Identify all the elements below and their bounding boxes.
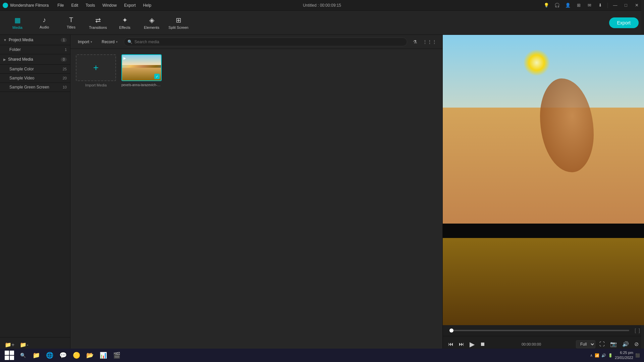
export-button[interactable]: Export [609, 17, 639, 28]
taskbar-teams[interactable]: 💬 [58, 350, 68, 361]
toolbar-transitions-label: Transitions [89, 25, 107, 29]
settings-button[interactable]: ⊘ [633, 340, 640, 349]
taskbar-search[interactable]: 🔍 [17, 350, 28, 361]
toolbar-split-screen[interactable]: ⊞ Split Screen [166, 13, 191, 33]
shared-media-header[interactable]: ▶ Shared Media 0 [0, 54, 70, 65]
prev-frame-button[interactable]: ⏭ [458, 340, 466, 349]
media-icon: ▦ [14, 16, 21, 24]
toolbar-audio[interactable]: ♪ Audio [32, 13, 56, 33]
taskbar-excel[interactable]: 📊 [98, 350, 109, 361]
speaker-icon[interactable]: 🔊 [601, 353, 606, 358]
media-video-item[interactable]: ✓ ▶ pexels-anna-tarazevich-6... [121, 54, 162, 87]
left-panel: ▼ Project Media 1 Folder 1 ▶ Shared Medi… [0, 35, 70, 352]
preview-panel: [ ] ⏮ ⏭ ▶ ⏹ 00:00:00:00 Full ⛶ 📷 🔊 ⊘ [443, 35, 644, 352]
add-folder-button[interactable]: 📁+ [3, 340, 16, 349]
grid-icon[interactable]: ⊞ [574, 1, 583, 10]
stop-button[interactable]: ⏹ [479, 340, 487, 349]
import-button[interactable]: Import ▾ [74, 38, 96, 46]
notification-dot[interactable]: ⬛ [635, 353, 640, 358]
view-options-button[interactable]: ⋮⋮⋮ [421, 38, 438, 46]
sample-video-item[interactable]: Sample Video 20 [0, 74, 70, 83]
taskbar-file-explorer[interactable]: 📁 [31, 350, 42, 361]
record-button[interactable]: Record ▾ [98, 38, 121, 46]
sample-video-count: 20 [63, 76, 67, 80]
taskbar-chrome[interactable]: 🟡 [71, 350, 82, 361]
toolbar-transitions[interactable]: ⇄ Transitions [86, 13, 110, 33]
title-bar: Wondershare Filmora File Edit Tools Wind… [0, 0, 644, 11]
toolbar-media-label: Media [12, 25, 22, 29]
sample-green-screen-item[interactable]: Sample Green Screen 10 [0, 83, 70, 92]
profile-icon[interactable]: 👤 [563, 1, 573, 10]
app-logo: Wondershare Filmora [3, 3, 49, 8]
title-center: Untitled : 00:00:09:15 [303, 3, 341, 8]
menu-window[interactable]: Window [99, 2, 120, 9]
media-toolbar: Import ▾ Record ▾ 🔍 ⚗ ⋮⋮⋮ [70, 35, 442, 49]
media-content: + Import Media ✓ ▶ pexels-anna-tarazevic… [70, 49, 442, 352]
toolbar-split-screen-label: Split Screen [168, 25, 188, 29]
media-panel: Import ▾ Record ▾ 🔍 ⚗ ⋮⋮⋮ + Impor [70, 35, 443, 352]
windows-start-button[interactable] [4, 350, 15, 361]
menu-help[interactable]: Help [140, 2, 155, 9]
mail-icon[interactable]: ✉ [585, 1, 594, 10]
folder-count: 1 [65, 48, 67, 52]
toolbar-elements[interactable]: ◈ Elements [140, 13, 164, 33]
sample-color-label: Sample Color [9, 67, 34, 71]
seek-bar-container: [ ] [443, 325, 644, 336]
minimize-button[interactable]: — [610, 1, 620, 10]
fullscreen-button[interactable]: ⛶ [598, 340, 606, 349]
left-folder-item[interactable]: Folder 1 [0, 45, 70, 54]
quality-select[interactable]: Full [576, 340, 595, 348]
search-box[interactable]: 🔍 [124, 38, 407, 46]
plus-icon: + [93, 62, 99, 73]
search-input[interactable] [135, 40, 404, 44]
project-media-count: 1 [61, 38, 67, 42]
sample-video-label: Sample Video [9, 76, 35, 80]
menu-tools[interactable]: Tools [82, 2, 98, 9]
remove-folder-button[interactable]: 📁- [18, 340, 30, 349]
elements-icon: ◈ [149, 16, 154, 24]
taskbar: 🔍 📁 🌐 💬 🟡 📂 📊 🎬 ∧ 📶 🔊 🔋 6:25 pm 23/01/20… [0, 349, 644, 362]
toolbar-media[interactable]: ▦ Media [5, 13, 30, 33]
close-button[interactable]: ✕ [632, 1, 641, 10]
tray-chevron-icon[interactable]: ∧ [590, 353, 593, 358]
wifi-icon[interactable]: 📶 [595, 353, 599, 358]
seek-thumb[interactable] [449, 328, 453, 333]
step-back-button[interactable]: ⏮ [447, 340, 455, 349]
taskbar-filmora[interactable]: 🎬 [111, 350, 122, 361]
screenshot-button[interactable]: 📷 [609, 340, 618, 349]
video-thumbnail[interactable]: ✓ ▶ [121, 54, 162, 81]
menu-export[interactable]: Export [121, 2, 139, 9]
notification-icon[interactable]: 💡 [542, 1, 551, 10]
titles-icon: T [69, 16, 73, 24]
bracket-right-icon[interactable]: ] [639, 328, 640, 333]
filter-button[interactable]: ⚗ [411, 38, 419, 46]
import-media-label: Import Media [85, 83, 107, 87]
toolbar-effects-label: Effects [119, 25, 130, 29]
play-indicator: ▶ [123, 56, 126, 60]
maximize-button[interactable]: □ [621, 1, 631, 10]
win-sq4 [10, 356, 14, 360]
transitions-icon: ⇄ [95, 16, 101, 24]
split-screen-icon: ⊞ [176, 16, 181, 24]
bracket-left-icon[interactable]: [ [635, 328, 636, 333]
seek-bar[interactable] [449, 330, 629, 331]
toolbar-effects[interactable]: ✦ Effects [113, 13, 137, 33]
headset-icon[interactable]: 🎧 [552, 1, 562, 10]
menu-file[interactable]: File [54, 2, 67, 9]
import-media-item[interactable]: + Import Media [76, 54, 116, 87]
win-sq3 [5, 356, 9, 360]
taskbar-files[interactable]: 📂 [85, 350, 95, 361]
download-icon[interactable]: ⬇ [595, 1, 605, 10]
taskbar-edge[interactable]: 🌐 [44, 350, 55, 361]
sample-color-item[interactable]: Sample Color 25 [0, 65, 70, 74]
sample-green-screen-label: Sample Green Screen [9, 85, 49, 89]
record-label: Record [102, 40, 115, 44]
toolbar-titles[interactable]: T Titles [59, 13, 83, 33]
chevron-right-icon: ▶ [3, 58, 6, 61]
media-toolbar-right: ⚗ ⋮⋮⋮ [411, 38, 438, 46]
project-media-header[interactable]: ▼ Project Media 1 [0, 35, 70, 45]
volume-button[interactable]: 🔊 [621, 340, 630, 349]
menu-edit[interactable]: Edit [68, 2, 82, 9]
import-placeholder[interactable]: + [76, 54, 116, 81]
play-button[interactable]: ▶ [468, 339, 476, 350]
